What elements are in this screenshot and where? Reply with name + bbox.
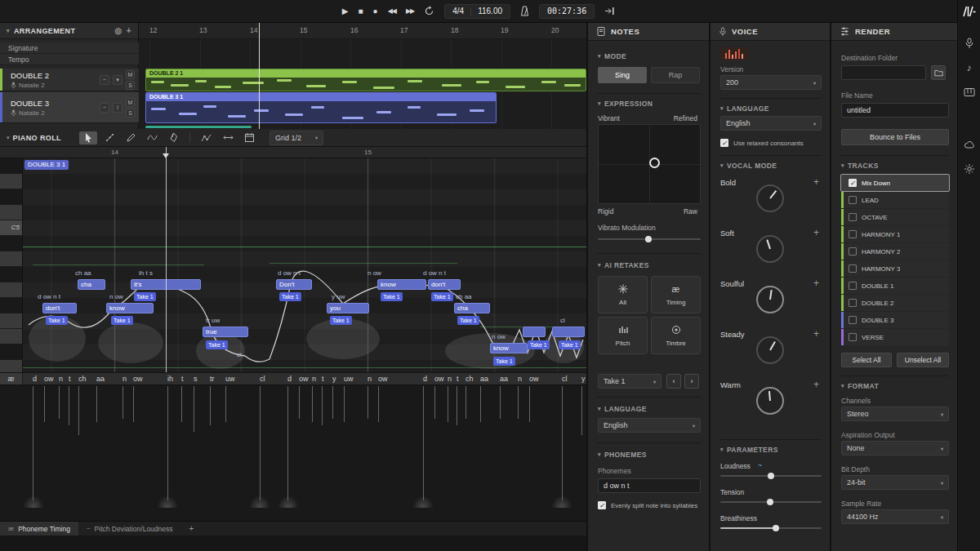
vocal-mode-knob-warm[interactable] — [756, 387, 784, 415]
piano-key[interactable] — [0, 282, 22, 298]
draw-dots-tool[interactable] — [100, 131, 118, 144]
phoneme-boundary[interactable] — [225, 386, 226, 422]
signature-row[interactable]: Signature — [0, 42, 139, 54]
piano-key[interactable] — [0, 158, 22, 174]
gear-icon[interactable] — [958, 158, 980, 180]
checkbox-checked[interactable]: ✓ — [598, 501, 606, 509]
piano-key[interactable] — [0, 298, 22, 313]
take-badge[interactable]: Take 1 — [431, 292, 453, 301]
track-wave-icon[interactable]: ~ — [100, 103, 109, 113]
pen-tool[interactable] — [164, 131, 182, 144]
checkbox[interactable] — [849, 247, 857, 256]
phoneme-boundary[interactable] — [44, 386, 45, 422]
retake-timbre-button[interactable]: Timbre — [651, 317, 701, 354]
add-tab-button[interactable]: + — [181, 522, 203, 535]
stretch-tool[interactable] — [219, 131, 237, 144]
next-take-button[interactable]: › — [684, 374, 699, 389]
take-badge[interactable]: Take 1 — [279, 292, 301, 301]
vocal-mode-knob-soulful[interactable] — [756, 286, 784, 313]
loudness-curve-icon[interactable]: ~ — [758, 461, 762, 469]
vocal-mode-knob-soft[interactable] — [756, 235, 784, 263]
checkbox[interactable] — [849, 196, 857, 204]
track-double-2[interactable]: DOUBLE 2 Natalie 2 ~ ▾ M S — [0, 69, 139, 91]
phoneme-timing-area[interactable] — [0, 386, 586, 521]
take-badge[interactable]: Take 1 — [559, 340, 581, 349]
take-badge[interactable]: Take 1 — [493, 357, 515, 366]
piano-key[interactable] — [0, 189, 22, 205]
phoneme-boundary[interactable] — [581, 386, 582, 435]
phoneme-boundary[interactable] — [133, 386, 134, 422]
slider-handle[interactable] — [768, 473, 774, 479]
vibrato-modulation-slider[interactable] — [598, 238, 701, 240]
voice-language-dropdown[interactable]: English▾ — [720, 116, 822, 131]
arrangement-scrollbar[interactable] — [145, 126, 252, 128]
piano-keys[interactable]: C5 — [0, 158, 23, 372]
tracks-section-title[interactable]: ▾TRACKS — [841, 162, 879, 170]
pencil-tool[interactable] — [122, 131, 140, 144]
render-track-verse[interactable]: VERSE — [841, 329, 949, 345]
note-language-dropdown[interactable]: English▾ — [598, 418, 701, 433]
slider-handle[interactable] — [645, 236, 652, 242]
checkbox[interactable] — [849, 213, 857, 221]
render-track-double-1[interactable]: DOUBLE 1 — [841, 278, 949, 294]
mode-section-title[interactable]: ▾MODE — [598, 52, 626, 60]
note[interactable]: don't — [428, 279, 461, 290]
checkbox[interactable] — [849, 264, 857, 273]
take-badge[interactable]: Take 1 — [111, 316, 133, 325]
take-badge[interactable]: Take 1 — [330, 316, 352, 325]
piano-key[interactable] — [0, 174, 22, 189]
render-track-double-2[interactable]: DOUBLE 2 — [841, 295, 949, 311]
note[interactable] — [552, 327, 585, 337]
music-note-icon[interactable]: ♪ — [958, 57, 980, 78]
slider-handle[interactable] — [767, 499, 773, 505]
note[interactable]: cha — [78, 279, 105, 290]
arrangement-lanes[interactable]: DOUBLE 2 1 — [139, 39, 586, 129]
phoneme-boundary[interactable] — [322, 386, 323, 425]
version-dropdown[interactable]: 200▾ — [720, 75, 822, 90]
loudness-slider[interactable] — [720, 475, 822, 477]
checkbox[interactable] — [849, 230, 857, 238]
phoneme-boundary[interactable] — [368, 386, 368, 419]
phoneme-boundary[interactable] — [194, 386, 194, 432]
envelope-tool[interactable] — [198, 131, 216, 144]
fast-forward-button[interactable]: ▶▶ — [406, 7, 414, 15]
checkbox-checked[interactable]: ✓ — [849, 179, 857, 187]
relaxed-consonants-checkbox-row[interactable]: ✓ Use relaxed consonants — [720, 139, 804, 147]
timeline-ruler[interactable]: 12 13 14 15 16 17 18 19 20 — [139, 23, 586, 39]
note[interactable]: know — [490, 343, 528, 353]
take-badge[interactable]: Take 1 — [457, 316, 479, 325]
solo-button[interactable]: S — [126, 109, 135, 118]
destination-folder-input[interactable] — [841, 65, 926, 80]
vocal-mode-knob-bold[interactable] — [756, 184, 784, 212]
grid-dropdown[interactable]: Grid 1/2▾ — [270, 131, 323, 145]
note[interactable]: true — [203, 327, 248, 337]
track-collapse-icon[interactable]: ▾ — [113, 75, 122, 85]
mute-button[interactable]: M — [126, 70, 135, 79]
track-double-3[interactable]: DOUBLE 3 Natalie 2 ~ i M S — [0, 92, 139, 123]
checkbox[interactable] — [849, 333, 857, 341]
collapse-chevron-icon[interactable]: ▾ — [7, 135, 10, 141]
note[interactable]: know — [106, 303, 154, 313]
render-track-mix-down[interactable]: ✓ Mix Down — [841, 175, 949, 191]
phoneme-boundary[interactable] — [529, 386, 530, 422]
piano-roll[interactable]: 14 15 C5 — [0, 147, 586, 372]
parameters-section-title[interactable]: ▾PARAMETERS — [720, 446, 778, 454]
microphone-icon[interactable] — [958, 33, 980, 54]
take-badge[interactable]: Take 1 — [381, 292, 403, 301]
vocal-mode-knob-steady[interactable] — [756, 336, 784, 364]
phonemes-input[interactable] — [598, 478, 701, 493]
phoneme-boundary[interactable] — [181, 386, 182, 422]
bounce-to-files-button[interactable]: Bounce to Files — [841, 129, 949, 145]
render-track-harmony-2[interactable]: HARMONY 2 — [841, 243, 949, 260]
phoneme-boundary[interactable] — [260, 386, 261, 500]
previous-take-button[interactable]: ‹ — [666, 374, 681, 389]
checkbox-checked[interactable]: ✓ — [720, 139, 728, 147]
phoneme-boundary[interactable] — [59, 386, 60, 419]
vocal-mode-section-title[interactable]: ▾VOCAL MODE — [720, 162, 777, 170]
bit-depth-dropdown[interactable]: 24-bit▾ — [841, 475, 949, 490]
tab-pitch-deviation-loudness[interactable]: ~ Pitch Deviation/Loudness — [78, 522, 181, 535]
piano-key[interactable] — [0, 360, 22, 372]
playhead-piano-roll[interactable] — [166, 147, 167, 372]
note[interactable]: you — [327, 303, 369, 313]
curve-tool[interactable] — [143, 131, 161, 144]
